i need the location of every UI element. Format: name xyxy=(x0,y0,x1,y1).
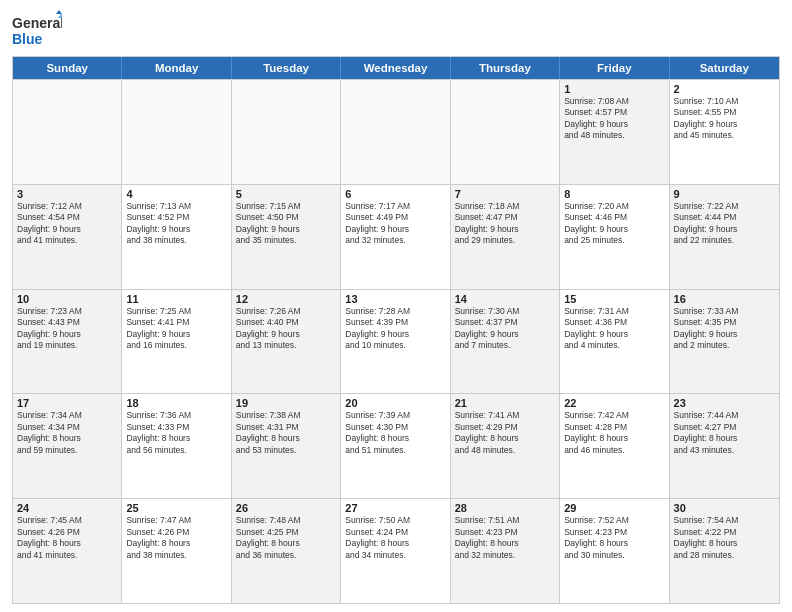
day-info: Sunrise: 7:12 AM Sunset: 4:54 PM Dayligh… xyxy=(17,201,117,247)
day-number: 9 xyxy=(674,188,775,200)
calendar-cell: 13Sunrise: 7:28 AM Sunset: 4:39 PM Dayli… xyxy=(341,290,450,394)
day-info: Sunrise: 7:34 AM Sunset: 4:34 PM Dayligh… xyxy=(17,410,117,456)
calendar-cell: 12Sunrise: 7:26 AM Sunset: 4:40 PM Dayli… xyxy=(232,290,341,394)
day-info: Sunrise: 7:31 AM Sunset: 4:36 PM Dayligh… xyxy=(564,306,664,352)
day-info: Sunrise: 7:22 AM Sunset: 4:44 PM Dayligh… xyxy=(674,201,775,247)
day-number: 27 xyxy=(345,502,445,514)
day-info: Sunrise: 7:48 AM Sunset: 4:25 PM Dayligh… xyxy=(236,515,336,561)
day-info: Sunrise: 7:08 AM Sunset: 4:57 PM Dayligh… xyxy=(564,96,664,142)
calendar-cell: 1Sunrise: 7:08 AM Sunset: 4:57 PM Daylig… xyxy=(560,80,669,184)
day-number: 6 xyxy=(345,188,445,200)
day-number: 28 xyxy=(455,502,555,514)
day-number: 3 xyxy=(17,188,117,200)
day-number: 17 xyxy=(17,397,117,409)
cal-header-friday: Friday xyxy=(560,57,669,79)
calendar-cell: 10Sunrise: 7:23 AM Sunset: 4:43 PM Dayli… xyxy=(13,290,122,394)
day-info: Sunrise: 7:36 AM Sunset: 4:33 PM Dayligh… xyxy=(126,410,226,456)
calendar-cell: 26Sunrise: 7:48 AM Sunset: 4:25 PM Dayli… xyxy=(232,499,341,603)
day-info: Sunrise: 7:38 AM Sunset: 4:31 PM Dayligh… xyxy=(236,410,336,456)
day-info: Sunrise: 7:39 AM Sunset: 4:30 PM Dayligh… xyxy=(345,410,445,456)
day-info: Sunrise: 7:25 AM Sunset: 4:41 PM Dayligh… xyxy=(126,306,226,352)
calendar-cell xyxy=(13,80,122,184)
calendar-cell: 25Sunrise: 7:47 AM Sunset: 4:26 PM Dayli… xyxy=(122,499,231,603)
day-info: Sunrise: 7:45 AM Sunset: 4:26 PM Dayligh… xyxy=(17,515,117,561)
day-info: Sunrise: 7:13 AM Sunset: 4:52 PM Dayligh… xyxy=(126,201,226,247)
calendar-cell: 27Sunrise: 7:50 AM Sunset: 4:24 PM Dayli… xyxy=(341,499,450,603)
calendar-cell: 14Sunrise: 7:30 AM Sunset: 4:37 PM Dayli… xyxy=(451,290,560,394)
day-number: 25 xyxy=(126,502,226,514)
cal-header-monday: Monday xyxy=(122,57,231,79)
calendar-cell: 17Sunrise: 7:34 AM Sunset: 4:34 PM Dayli… xyxy=(13,394,122,498)
calendar-cell: 3Sunrise: 7:12 AM Sunset: 4:54 PM Daylig… xyxy=(13,185,122,289)
day-info: Sunrise: 7:44 AM Sunset: 4:27 PM Dayligh… xyxy=(674,410,775,456)
day-info: Sunrise: 7:15 AM Sunset: 4:50 PM Dayligh… xyxy=(236,201,336,247)
calendar-week-2: 3Sunrise: 7:12 AM Sunset: 4:54 PM Daylig… xyxy=(13,184,779,289)
day-number: 24 xyxy=(17,502,117,514)
calendar-cell: 16Sunrise: 7:33 AM Sunset: 4:35 PM Dayli… xyxy=(670,290,779,394)
calendar-cell: 19Sunrise: 7:38 AM Sunset: 4:31 PM Dayli… xyxy=(232,394,341,498)
day-number: 20 xyxy=(345,397,445,409)
calendar-cell: 22Sunrise: 7:42 AM Sunset: 4:28 PM Dayli… xyxy=(560,394,669,498)
day-info: Sunrise: 7:52 AM Sunset: 4:23 PM Dayligh… xyxy=(564,515,664,561)
day-info: Sunrise: 7:23 AM Sunset: 4:43 PM Dayligh… xyxy=(17,306,117,352)
day-number: 18 xyxy=(126,397,226,409)
svg-text:General: General xyxy=(12,15,62,31)
day-number: 30 xyxy=(674,502,775,514)
calendar-cell: 15Sunrise: 7:31 AM Sunset: 4:36 PM Dayli… xyxy=(560,290,669,394)
day-info: Sunrise: 7:54 AM Sunset: 4:22 PM Dayligh… xyxy=(674,515,775,561)
calendar-week-3: 10Sunrise: 7:23 AM Sunset: 4:43 PM Dayli… xyxy=(13,289,779,394)
day-number: 4 xyxy=(126,188,226,200)
calendar-cell: 29Sunrise: 7:52 AM Sunset: 4:23 PM Dayli… xyxy=(560,499,669,603)
day-number: 14 xyxy=(455,293,555,305)
calendar-body: 1Sunrise: 7:08 AM Sunset: 4:57 PM Daylig… xyxy=(13,79,779,603)
cal-header-sunday: Sunday xyxy=(13,57,122,79)
day-info: Sunrise: 7:51 AM Sunset: 4:23 PM Dayligh… xyxy=(455,515,555,561)
calendar-cell: 6Sunrise: 7:17 AM Sunset: 4:49 PM Daylig… xyxy=(341,185,450,289)
day-number: 12 xyxy=(236,293,336,305)
calendar-cell: 11Sunrise: 7:25 AM Sunset: 4:41 PM Dayli… xyxy=(122,290,231,394)
day-number: 22 xyxy=(564,397,664,409)
calendar-cell: 8Sunrise: 7:20 AM Sunset: 4:46 PM Daylig… xyxy=(560,185,669,289)
logo: General Blue xyxy=(12,10,62,50)
day-info: Sunrise: 7:41 AM Sunset: 4:29 PM Dayligh… xyxy=(455,410,555,456)
day-number: 5 xyxy=(236,188,336,200)
calendar-cell: 9Sunrise: 7:22 AM Sunset: 4:44 PM Daylig… xyxy=(670,185,779,289)
day-number: 23 xyxy=(674,397,775,409)
calendar-week-1: 1Sunrise: 7:08 AM Sunset: 4:57 PM Daylig… xyxy=(13,79,779,184)
day-info: Sunrise: 7:17 AM Sunset: 4:49 PM Dayligh… xyxy=(345,201,445,247)
logo-svg: General Blue xyxy=(12,10,62,50)
day-info: Sunrise: 7:20 AM Sunset: 4:46 PM Dayligh… xyxy=(564,201,664,247)
calendar-cell: 28Sunrise: 7:51 AM Sunset: 4:23 PM Dayli… xyxy=(451,499,560,603)
day-info: Sunrise: 7:50 AM Sunset: 4:24 PM Dayligh… xyxy=(345,515,445,561)
day-number: 1 xyxy=(564,83,664,95)
page-header: General Blue xyxy=(12,10,780,50)
day-number: 19 xyxy=(236,397,336,409)
calendar-cell: 18Sunrise: 7:36 AM Sunset: 4:33 PM Dayli… xyxy=(122,394,231,498)
day-number: 8 xyxy=(564,188,664,200)
calendar-cell: 30Sunrise: 7:54 AM Sunset: 4:22 PM Dayli… xyxy=(670,499,779,603)
cal-header-tuesday: Tuesday xyxy=(232,57,341,79)
day-info: Sunrise: 7:28 AM Sunset: 4:39 PM Dayligh… xyxy=(345,306,445,352)
cal-header-wednesday: Wednesday xyxy=(341,57,450,79)
day-info: Sunrise: 7:30 AM Sunset: 4:37 PM Dayligh… xyxy=(455,306,555,352)
calendar-cell xyxy=(341,80,450,184)
calendar-cell: 7Sunrise: 7:18 AM Sunset: 4:47 PM Daylig… xyxy=(451,185,560,289)
calendar-cell xyxy=(122,80,231,184)
calendar-cell: 24Sunrise: 7:45 AM Sunset: 4:26 PM Dayli… xyxy=(13,499,122,603)
day-number: 29 xyxy=(564,502,664,514)
calendar-week-4: 17Sunrise: 7:34 AM Sunset: 4:34 PM Dayli… xyxy=(13,393,779,498)
calendar-cell: 20Sunrise: 7:39 AM Sunset: 4:30 PM Dayli… xyxy=(341,394,450,498)
calendar-cell: 4Sunrise: 7:13 AM Sunset: 4:52 PM Daylig… xyxy=(122,185,231,289)
day-number: 10 xyxy=(17,293,117,305)
day-number: 21 xyxy=(455,397,555,409)
calendar-cell: 2Sunrise: 7:10 AM Sunset: 4:55 PM Daylig… xyxy=(670,80,779,184)
day-number: 16 xyxy=(674,293,775,305)
cal-header-thursday: Thursday xyxy=(451,57,560,79)
calendar-header: SundayMondayTuesdayWednesdayThursdayFrid… xyxy=(13,57,779,79)
day-info: Sunrise: 7:33 AM Sunset: 4:35 PM Dayligh… xyxy=(674,306,775,352)
svg-marker-2 xyxy=(56,10,62,14)
day-info: Sunrise: 7:47 AM Sunset: 4:26 PM Dayligh… xyxy=(126,515,226,561)
calendar-cell xyxy=(232,80,341,184)
day-info: Sunrise: 7:26 AM Sunset: 4:40 PM Dayligh… xyxy=(236,306,336,352)
day-number: 15 xyxy=(564,293,664,305)
